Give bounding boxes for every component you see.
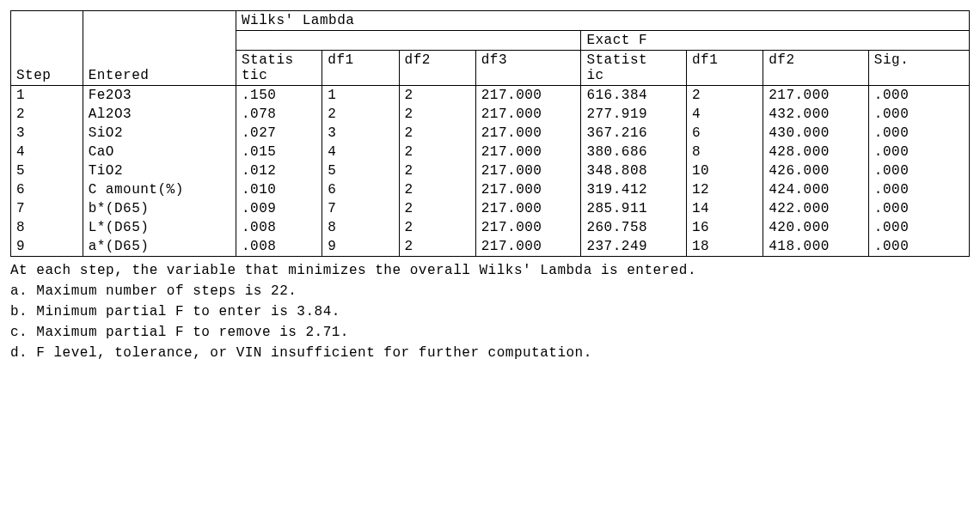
- cell: 285.911: [581, 199, 687, 218]
- cell: 217.000: [763, 86, 869, 106]
- cell: .012: [236, 161, 322, 180]
- table-row: 6C amount(%).01062217.000319.41212424.00…: [11, 180, 970, 199]
- cell: 16: [687, 218, 763, 237]
- cell: 616.384: [581, 86, 687, 106]
- table-body: 1Fe2O3.15012217.000616.3842217.000.0002A…: [11, 86, 970, 257]
- table-row: 1Fe2O3.15012217.000616.3842217.000.000: [11, 86, 970, 106]
- cell: 2: [399, 237, 475, 257]
- cell: 1: [322, 86, 399, 106]
- cell: 2: [399, 143, 475, 161]
- cell: 8: [687, 143, 763, 161]
- cell: 217.000: [475, 161, 581, 180]
- cell: TiO2: [83, 161, 236, 180]
- cell: .150: [236, 86, 322, 106]
- col-df2: df2: [399, 51, 475, 86]
- note-c: c. Maximum partial F to remove is 2.71.: [10, 322, 970, 343]
- cell: 430.000: [763, 124, 869, 143]
- cell: .000: [868, 86, 969, 106]
- cell: 217.000: [475, 143, 581, 161]
- cell: 2: [399, 218, 475, 237]
- cell: 6: [322, 180, 399, 199]
- cell: 2: [687, 86, 763, 106]
- cell: 367.216: [581, 124, 687, 143]
- cell: 217.000: [475, 105, 581, 124]
- cell: 319.412: [581, 180, 687, 199]
- cell: CaO: [83, 143, 236, 161]
- footnotes: At each step, the variable that minimize…: [10, 260, 970, 363]
- cell: .000: [868, 199, 969, 218]
- cell: 217.000: [475, 218, 581, 237]
- cell: 237.249: [581, 237, 687, 257]
- cell: 3: [322, 124, 399, 143]
- cell: 3: [11, 124, 83, 143]
- col-df3: df3: [475, 51, 581, 86]
- cell: 9: [11, 237, 83, 257]
- cell: .027: [236, 124, 322, 143]
- cell: C amount(%): [83, 180, 236, 199]
- cell: .078: [236, 105, 322, 124]
- col-statistic: Statistic: [236, 51, 322, 86]
- cell: 18: [687, 237, 763, 257]
- cell: 2: [399, 105, 475, 124]
- cell: 2: [399, 86, 475, 106]
- cell: 5: [11, 161, 83, 180]
- cell: 432.000: [763, 105, 869, 124]
- cell: .000: [868, 237, 969, 257]
- col-wilks-sub: [236, 31, 581, 51]
- cell: 7: [11, 199, 83, 218]
- cell: 8: [11, 218, 83, 237]
- note-b: b. Minimum partial F to enter is 3.84.: [10, 301, 970, 322]
- col-fdf2: df2: [763, 51, 869, 86]
- cell: .000: [868, 124, 969, 143]
- cell: 217.000: [475, 124, 581, 143]
- cell: L*(D65): [83, 218, 236, 237]
- cell: 418.000: [763, 237, 869, 257]
- cell: 260.758: [581, 218, 687, 237]
- col-entered: Entered: [83, 11, 236, 86]
- table-row: 9a*(D65).00892217.000237.24918418.000.00…: [11, 237, 970, 257]
- note-intro: At each step, the variable that minimize…: [10, 260, 970, 281]
- cell: .008: [236, 237, 322, 257]
- col-wilks: Wilks' Lambda: [236, 11, 970, 31]
- table-row: 3SiO2.02732217.000367.2166430.000.000: [11, 124, 970, 143]
- cell: 9: [322, 237, 399, 257]
- cell: 428.000: [763, 143, 869, 161]
- cell: 420.000: [763, 218, 869, 237]
- table-row: 4CaO.01542217.000380.6868428.000.000: [11, 143, 970, 161]
- cell: 2: [399, 161, 475, 180]
- table-row: 7b*(D65).00972217.000285.91114422.000.00…: [11, 199, 970, 218]
- cell: .009: [236, 199, 322, 218]
- cell: 217.000: [475, 180, 581, 199]
- cell: 4: [11, 143, 83, 161]
- table-row: 8L*(D65).00882217.000260.75816420.000.00…: [11, 218, 970, 237]
- note-d: d. F level, tolerance, or VIN insufficie…: [10, 343, 970, 363]
- cell: .000: [868, 143, 969, 161]
- col-df1: df1: [322, 51, 399, 86]
- cell: 217.000: [475, 199, 581, 218]
- cell: 6: [687, 124, 763, 143]
- cell: 12: [687, 180, 763, 199]
- cell: 14: [687, 199, 763, 218]
- cell: 424.000: [763, 180, 869, 199]
- cell: 2: [11, 105, 83, 124]
- col-sig: Sig.: [868, 51, 969, 86]
- col-fstatistic: Statistic: [581, 51, 687, 86]
- cell: .008: [236, 218, 322, 237]
- cell: 422.000: [763, 199, 869, 218]
- cell: 380.686: [581, 143, 687, 161]
- cell: 8: [322, 218, 399, 237]
- cell: SiO2: [83, 124, 236, 143]
- cell: 2: [399, 124, 475, 143]
- cell: b*(D65): [83, 199, 236, 218]
- cell: 6: [11, 180, 83, 199]
- cell: 217.000: [475, 237, 581, 257]
- cell: a*(D65): [83, 237, 236, 257]
- cell: .000: [868, 161, 969, 180]
- col-step: Step: [11, 11, 83, 86]
- header-row-1: Step Entered Wilks' Lambda: [11, 11, 970, 31]
- cell: 5: [322, 161, 399, 180]
- note-a: a. Maximum number of steps is 22.: [10, 281, 970, 301]
- cell: .000: [868, 218, 969, 237]
- cell: 2: [399, 180, 475, 199]
- cell: Fe2O3: [83, 86, 236, 106]
